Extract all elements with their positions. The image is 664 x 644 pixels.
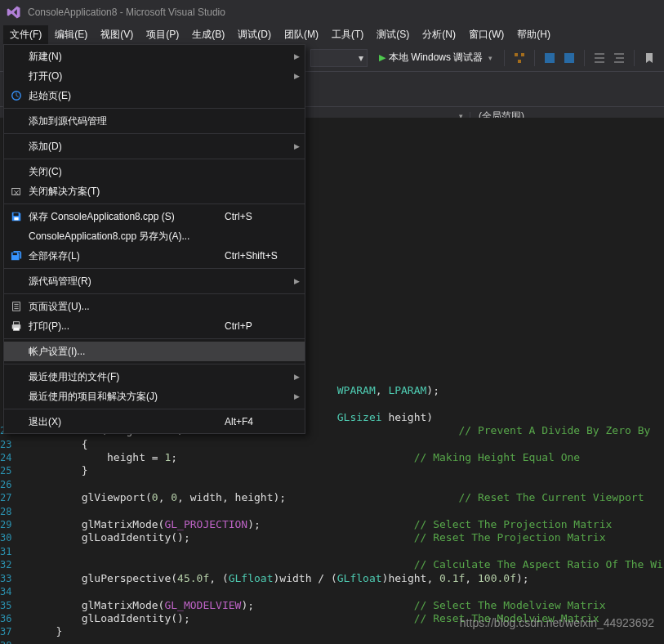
menu-item-label: 最近使用过的文件(F) (24, 370, 225, 384)
svg-rect-6 (13, 253, 17, 256)
menu-item[interactable]: 页面设置(U)... (4, 297, 305, 316)
menu-item[interactable]: 最近使用过的文件(F)▶ (4, 367, 305, 387)
indent-icon[interactable] (593, 51, 606, 65)
svg-rect-10 (14, 328, 20, 331)
menu-separator (4, 293, 305, 294)
submenu-arrow-icon: ▶ (290, 373, 300, 381)
blank-icon (9, 345, 24, 358)
toolbar-separator (534, 50, 535, 66)
menu-item[interactable]: 关闭(C) (4, 162, 305, 181)
save-all-icon (9, 249, 24, 262)
submenu-arrow-icon: ▶ (290, 392, 300, 400)
menu-item[interactable]: 打印(P)...Ctrl+P (4, 316, 305, 336)
menu-item[interactable]: 添加(D)▶ (4, 136, 305, 156)
menu-项目(P)[interactable]: 项目(P) (140, 25, 185, 44)
menu-调试(D)[interactable]: 调试(D) (231, 25, 278, 44)
page-icon (9, 300, 24, 313)
menu-item[interactable]: 起始页(E) (4, 86, 305, 105)
menu-item-label: 添加到源代码管理 (24, 114, 225, 128)
menu-团队(M)[interactable]: 团队(M) (278, 25, 325, 44)
blank-icon (9, 140, 24, 153)
menu-item-label: 最近使用的项目和解决方案(J) (24, 390, 225, 404)
toolbar-separator (584, 50, 585, 66)
menu-item-label: 保存 ConsoleApplication8.cpp (S) (24, 210, 225, 224)
menu-separator (4, 338, 305, 339)
blank-icon (9, 415, 24, 428)
close-sol-icon (9, 185, 24, 198)
menu-item[interactable]: ConsoleApplication8.cpp 另存为(A)... (4, 226, 305, 246)
titlebar: ConsoleApplication8 - Microsoft Visual S… (0, 0, 664, 25)
submenu-arrow-icon: ▶ (290, 52, 300, 60)
menu-item[interactable]: 源代码管理(R)▶ (4, 271, 305, 291)
blank-icon (9, 230, 24, 243)
menu-item-label: 退出(X) (24, 415, 225, 429)
menu-item[interactable]: 新建(N)▶ (4, 47, 305, 66)
start-debug-button[interactable]: ▶ 本地 Windows 调试器 ▾ (372, 51, 499, 65)
menu-item-label: 起始页(E) (24, 89, 225, 103)
submenu-arrow-icon: ▶ (290, 142, 300, 150)
chevron-down-icon: ▾ (359, 52, 363, 64)
toolbar-separator (504, 50, 505, 66)
menu-separator (4, 203, 305, 204)
save-icon (9, 210, 24, 223)
chevron-down-icon: ▾ (488, 54, 492, 62)
svg-rect-8 (14, 322, 20, 325)
menu-item[interactable]: 添加到源代码管理 (4, 111, 305, 131)
step-icon[interactable] (513, 51, 526, 65)
svg-rect-5 (14, 217, 18, 221)
menu-item-label: 关闭解决方案(T) (24, 185, 225, 199)
file-menu-dropdown[interactable]: 新建(N)▶打开(O)▶起始页(E)添加到源代码管理添加(D)▶关闭(C)关闭解… (3, 44, 305, 434)
blank-icon (9, 69, 24, 83)
menu-item-label: 源代码管理(R) (24, 275, 225, 288)
outdent-icon[interactable] (613, 51, 626, 65)
print-icon (9, 320, 24, 333)
blank-icon (9, 275, 24, 288)
menu-item[interactable]: 退出(X)Alt+F4 (4, 412, 305, 432)
blank-icon (9, 390, 24, 403)
svg-rect-0 (545, 53, 555, 63)
menu-item-label: 页面设置(U)... (24, 300, 225, 314)
bookmark-icon[interactable] (643, 51, 656, 65)
menu-分析(N)[interactable]: 分析(N) (416, 25, 462, 44)
tool-icon[interactable] (563, 51, 576, 65)
menu-窗口(W)[interactable]: 窗口(W) (462, 25, 510, 44)
menu-item[interactable]: 保存 ConsoleApplication8.cpp (S)Ctrl+S (4, 207, 305, 226)
menu-item[interactable]: 打开(O)▶ (4, 66, 305, 86)
window-title: ConsoleApplication8 - Microsoft Visual S… (28, 7, 225, 18)
menu-separator (4, 133, 305, 134)
menu-item[interactable]: 帐户设置(I)... (4, 342, 305, 361)
menu-生成(B)[interactable]: 生成(B) (185, 25, 231, 44)
menu-separator (4, 159, 305, 159)
menu-item-label: 新建(N) (24, 50, 225, 64)
menu-item-label: 添加(D) (24, 140, 225, 154)
config-combo[interactable]: ▾ (310, 49, 368, 67)
home-icon (9, 89, 24, 102)
blank-icon (9, 165, 24, 178)
menu-item-label: 打开(O) (24, 69, 225, 83)
menu-编辑(E)[interactable]: 编辑(E) (48, 25, 94, 44)
menu-工具(T)[interactable]: 工具(T) (325, 25, 370, 44)
svg-rect-4 (14, 213, 19, 217)
menu-帮助(H)[interactable]: 帮助(H) (510, 25, 557, 44)
blank-icon (9, 370, 24, 383)
menu-item[interactable]: 全部保存(L)Ctrl+Shift+S (4, 246, 305, 266)
submenu-arrow-icon: ▶ (290, 277, 300, 285)
blank-icon (9, 114, 24, 127)
menu-视图(V)[interactable]: 视图(V) (94, 25, 140, 44)
menu-item-label: 帐户设置(I)... (24, 345, 225, 359)
menu-测试(S)[interactable]: 测试(S) (370, 25, 416, 44)
menu-shortcut: Ctrl+P (225, 320, 290, 332)
menu-item-label: 全部保存(L) (24, 249, 225, 263)
menu-shortcut: Ctrl+S (225, 211, 290, 222)
menu-item[interactable]: 关闭解决方案(T) (4, 181, 305, 201)
submenu-arrow-icon: ▶ (290, 72, 300, 80)
blank-icon (9, 50, 24, 63)
menubar[interactable]: 文件(F)编辑(E)视图(V)项目(P)生成(B)调试(D)团队(M)工具(T)… (0, 25, 664, 44)
menu-item-label: ConsoleApplication8.cpp 另存为(A)... (24, 230, 225, 244)
toolbar-separator (634, 50, 635, 66)
vs-logo-icon (7, 5, 21, 20)
tool-icon[interactable] (543, 51, 556, 65)
menu-文件(F)[interactable]: 文件(F) (3, 25, 48, 44)
menu-separator (4, 268, 305, 269)
menu-item[interactable]: 最近使用的项目和解决方案(J)▶ (4, 387, 305, 406)
